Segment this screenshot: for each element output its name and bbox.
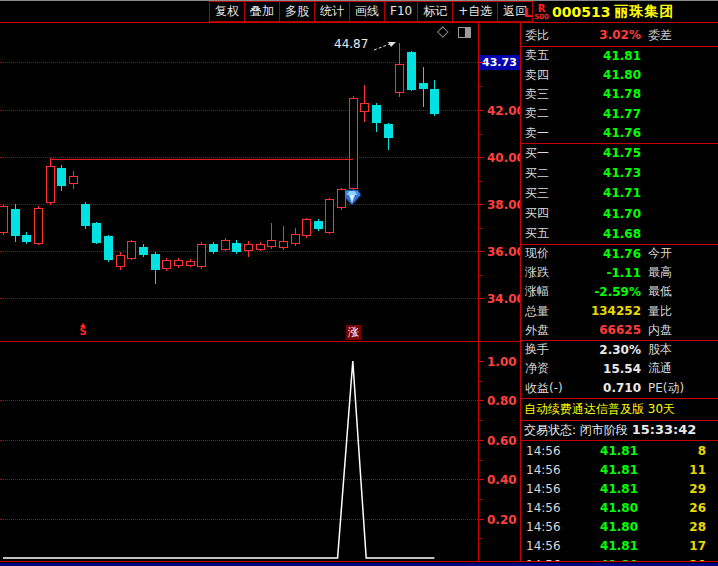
candle bbox=[92, 223, 101, 243]
sell-row[interactable]: 卖三41.78 bbox=[521, 85, 718, 104]
sell-row[interactable]: 卖五41.81 bbox=[521, 46, 718, 65]
axis-minor-tick bbox=[479, 420, 482, 421]
buy-row-label: 买四 bbox=[521, 205, 587, 222]
weicha-label: 委差 bbox=[648, 27, 672, 44]
candle bbox=[419, 83, 428, 89]
tick-row: 14:5641.818 bbox=[521, 441, 718, 460]
buy-row-value: 41.75 bbox=[587, 146, 641, 160]
tick-volume: 11 bbox=[638, 463, 718, 477]
sell-queue: 卖五41.81卖四41.80卖三41.78卖二41.77卖一41.76 bbox=[521, 46, 718, 143]
sell-row[interactable]: 卖一41.76 bbox=[521, 124, 718, 143]
high-annotation: 44.87 bbox=[334, 37, 368, 51]
stat-row-label: 净资 bbox=[521, 360, 587, 377]
buy-row[interactable]: 买四41.70 bbox=[521, 204, 718, 224]
axis-minor-tick bbox=[479, 275, 482, 276]
candle bbox=[34, 208, 43, 244]
candle bbox=[279, 241, 288, 248]
indicator-axis-label: 0.20 bbox=[487, 513, 520, 527]
candle bbox=[267, 240, 276, 247]
axis-tick bbox=[479, 298, 484, 299]
price-gridline bbox=[0, 110, 478, 111]
axis-max-label: 43.73 bbox=[479, 55, 520, 70]
tick-price: 41.81 bbox=[572, 482, 638, 496]
axis-tick bbox=[479, 62, 484, 63]
buy-row-label: 买五 bbox=[521, 225, 587, 242]
tick-price: 41.80 bbox=[572, 520, 638, 534]
axis-minor-tick bbox=[479, 381, 482, 382]
candle bbox=[209, 244, 218, 253]
axis-minor-tick bbox=[479, 499, 482, 500]
buy-row-value: 41.73 bbox=[587, 166, 641, 180]
panel-toggle-icon[interactable] bbox=[458, 27, 471, 38]
axis-minor-tick bbox=[479, 86, 482, 87]
stock-name: 丽珠集团 bbox=[614, 3, 674, 21]
axis-tick bbox=[479, 204, 484, 205]
candle bbox=[256, 244, 265, 250]
sell-row-value: 41.76 bbox=[587, 126, 641, 140]
candle bbox=[349, 98, 358, 189]
candle bbox=[395, 64, 404, 93]
axis-tick bbox=[479, 157, 484, 158]
candle bbox=[116, 255, 125, 267]
sell-row-label: 卖三 bbox=[521, 86, 587, 103]
tick-time: 14:56 bbox=[521, 444, 572, 458]
candle bbox=[232, 243, 241, 253]
tick-time: 14:56 bbox=[521, 501, 572, 515]
subscription-notice[interactable]: 自动续费通达信普及版 30天 bbox=[521, 398, 718, 420]
indicator-axis-label: 1.00 bbox=[487, 355, 520, 369]
axis-tick bbox=[479, 110, 484, 111]
buy-row[interactable]: 买一41.75 bbox=[521, 143, 718, 163]
tick-price: 41.81 bbox=[572, 444, 638, 458]
buy-row-label: 买一 bbox=[521, 145, 587, 162]
stat-row-label2: 流通 bbox=[648, 360, 672, 377]
stat-row-label2: 最低 bbox=[648, 283, 672, 300]
tick-volume: 26 bbox=[638, 501, 718, 515]
quote-panel: 委比 3.02% 委差 卖五41.81卖四41.80卖三41.78卖二41.77… bbox=[521, 23, 718, 562]
chart-overlay bbox=[0, 0, 520, 566]
tick-row: 14:5641.8111 bbox=[521, 460, 718, 479]
candle bbox=[22, 235, 31, 243]
indicator-gridline bbox=[0, 519, 478, 520]
candle bbox=[186, 261, 195, 266]
buy-row[interactable]: 买二41.73 bbox=[521, 163, 718, 183]
axis-tick bbox=[479, 440, 484, 441]
stat-row-value: 41.76 bbox=[587, 247, 641, 261]
stock-info: L R 500 000513 丽珠集团 bbox=[524, 2, 674, 22]
price-axis-label: 40.00 bbox=[487, 151, 520, 165]
candle bbox=[384, 124, 393, 138]
stats2-block: 换手2.30%股本净资15.54流通收益(-)0.710PE(动) bbox=[521, 340, 718, 398]
axis-tick bbox=[479, 519, 484, 520]
flag-r: R 500 bbox=[534, 4, 549, 21]
candle bbox=[174, 260, 183, 266]
price-axis-label: 34.00 bbox=[487, 292, 520, 306]
stat-row-label2: 今开 bbox=[648, 245, 672, 262]
buy-row-value: 41.70 bbox=[587, 207, 641, 221]
stat-row-label: 换手 bbox=[521, 341, 587, 358]
price-axis-label: 38.00 bbox=[487, 198, 520, 212]
diamond-tool-icon[interactable]: ◇ bbox=[437, 24, 449, 39]
tick-volume: 17 bbox=[638, 539, 718, 553]
tick-row: 14:5641.8028 bbox=[521, 517, 718, 536]
stat-row: 涨幅-2.59%最低 bbox=[521, 282, 718, 301]
stat-row-label2: 量比 bbox=[648, 303, 672, 320]
tick-volume: 28 bbox=[638, 520, 718, 534]
buy-row[interactable]: 买三41.71 bbox=[521, 183, 718, 203]
tick-list[interactable]: 14:5641.81814:5641.811114:5641.812914:56… bbox=[521, 441, 718, 562]
weibi-label: 委比 bbox=[521, 27, 587, 44]
signal-badge: 涨 bbox=[346, 325, 361, 340]
sell-row-value: 41.81 bbox=[587, 49, 641, 63]
chart-area[interactable]: ◇ 43.73 44.87 S 涨 42.0040.0038.0036.0034… bbox=[0, 0, 520, 566]
axis-tick bbox=[479, 400, 484, 401]
sell-row[interactable]: 卖四41.80 bbox=[521, 65, 718, 84]
candle bbox=[430, 89, 439, 114]
buy-row[interactable]: 买五41.68 bbox=[521, 224, 718, 244]
sell-row[interactable]: 卖二41.77 bbox=[521, 104, 718, 123]
tick-row: 14:5641.8026 bbox=[521, 498, 718, 517]
stat-row-value: 2.30% bbox=[587, 343, 641, 357]
panel-divider bbox=[521, 340, 718, 341]
indicator-gridline bbox=[0, 400, 478, 401]
trade-status-time: 15:33:42 bbox=[632, 422, 697, 437]
candle bbox=[46, 166, 55, 203]
candle bbox=[81, 204, 90, 226]
candle bbox=[244, 244, 253, 251]
